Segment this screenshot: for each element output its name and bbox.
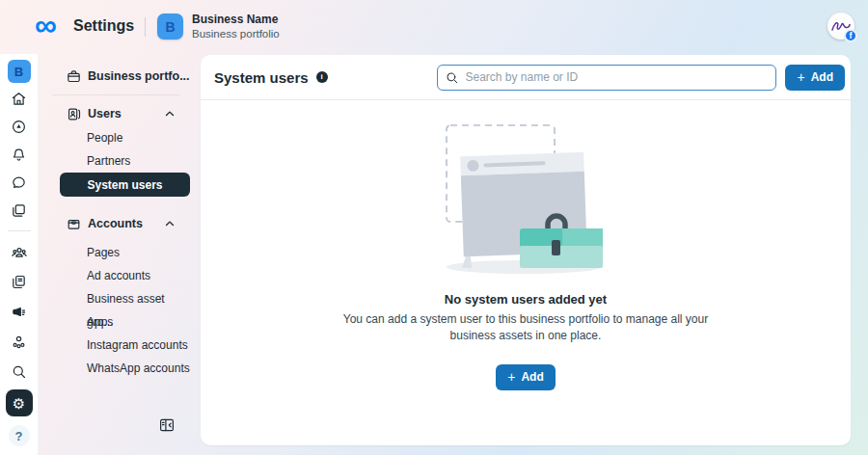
nav-rail: B ⚙ ? bbox=[0, 54, 39, 455]
sidebar-item-apps[interactable]: Apps bbox=[39, 310, 193, 334]
search-icon[interactable] bbox=[5, 357, 33, 387]
empty-state-illustration bbox=[420, 120, 632, 279]
sidebar-item-people[interactable]: People bbox=[39, 126, 193, 149]
header-divider bbox=[145, 17, 146, 37]
info-icon[interactable]: i bbox=[316, 71, 328, 83]
briefcase-icon bbox=[66, 68, 82, 85]
sidebar-item-business-portfolio[interactable]: Business portfo... bbox=[66, 64, 193, 89]
users-card-icon bbox=[66, 106, 82, 122]
chevron-up-icon[interactable] bbox=[164, 218, 176, 229]
settings-icon[interactable]: ⚙ bbox=[6, 389, 33, 416]
accounts-box-icon bbox=[66, 216, 82, 232]
sidebar-divider bbox=[52, 94, 179, 95]
sidebar-item-system-users[interactable]: System users bbox=[60, 173, 190, 197]
content-icon[interactable] bbox=[5, 197, 33, 225]
sidebar-item-whatsapp-accounts[interactable]: WhatsApp accounts bbox=[39, 357, 193, 380]
plus-icon: + bbox=[507, 370, 515, 384]
top-header: ∞ Settings B Business Name Business port… bbox=[0, 0, 868, 54]
section-accounts[interactable]: Accounts bbox=[66, 211, 176, 236]
section-accounts-label: Accounts bbox=[88, 217, 143, 230]
empty-add-button[interactable]: + Add bbox=[496, 364, 556, 390]
empty-state: No system users added yet You can add a … bbox=[201, 100, 851, 390]
audiences-icon[interactable] bbox=[5, 237, 33, 267]
search-icon bbox=[445, 70, 459, 85]
empty-state-title: No system users added yet bbox=[201, 292, 851, 307]
collapse-sidebar-icon[interactable] bbox=[158, 416, 176, 434]
empty-add-button-label: Add bbox=[521, 370, 543, 384]
sidebar-item-pages[interactable]: Pages bbox=[39, 241, 193, 264]
empty-state-description: You can add a system user to this busine… bbox=[323, 311, 728, 345]
business-name: Business Name bbox=[192, 13, 280, 26]
business-switcher[interactable]: Business Name Business portfolio bbox=[192, 13, 280, 40]
meta-logo-icon: ∞ bbox=[35, 8, 57, 42]
plus-icon: + bbox=[797, 70, 804, 84]
home-icon[interactable] bbox=[5, 85, 33, 113]
inbox-icon[interactable] bbox=[5, 169, 33, 197]
posts-icon[interactable] bbox=[5, 267, 33, 297]
search-input[interactable] bbox=[437, 65, 776, 91]
settings-sidebar: Business portfo... Users People Partners… bbox=[39, 54, 193, 455]
business-avatar[interactable]: B bbox=[157, 13, 183, 40]
ads-manager-icon[interactable] bbox=[5, 297, 33, 327]
section-users-label: Users bbox=[88, 107, 122, 120]
notifications-icon[interactable] bbox=[5, 141, 33, 169]
page-title: System users bbox=[214, 69, 309, 86]
sidebar-item-label: Business portfo... bbox=[88, 69, 190, 83]
sidebar-item-ad-accounts[interactable]: Ad accounts bbox=[39, 264, 193, 287]
card-header: System users i + Add bbox=[201, 55, 851, 100]
facebook-badge-icon: f bbox=[844, 29, 857, 42]
sidebar-item-instagram-accounts[interactable]: Instagram accounts bbox=[39, 334, 193, 357]
collaboration-icon[interactable] bbox=[5, 327, 33, 357]
chevron-up-icon[interactable] bbox=[164, 108, 176, 120]
ads-icon[interactable] bbox=[5, 113, 33, 141]
add-button[interactable]: + Add bbox=[785, 65, 845, 91]
search-box bbox=[437, 65, 776, 91]
sidebar-item-partners[interactable]: Partners bbox=[39, 149, 193, 173]
help-icon[interactable]: ? bbox=[9, 425, 30, 446]
main-content: System users i + Add bbox=[201, 55, 851, 445]
add-button-label: Add bbox=[811, 70, 833, 84]
settings-page: ∞ Settings B Business Name Business port… bbox=[0, 0, 868, 455]
sidebar-item-business-asset-groups[interactable]: Business asset gro... bbox=[39, 287, 193, 310]
business-subtitle: Business portfolio bbox=[192, 28, 280, 40]
app-title: Settings bbox=[73, 17, 134, 35]
rail-business-avatar[interactable]: B bbox=[8, 60, 31, 83]
profile-avatar[interactable]: f bbox=[827, 13, 854, 40]
section-users[interactable]: Users bbox=[66, 101, 176, 126]
rail-divider bbox=[8, 230, 31, 231]
